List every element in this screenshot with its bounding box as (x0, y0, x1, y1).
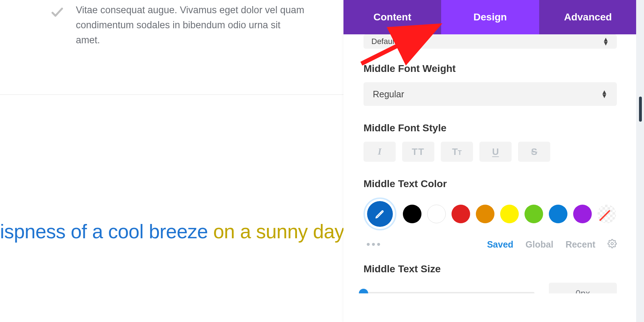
label-text-size: Middle Text Size (364, 263, 617, 275)
section-divider (0, 94, 343, 95)
more-colors-icon[interactable]: ••• (366, 238, 382, 250)
settings-panel: Content Design Advanced Default ▲▼ Middl… (343, 0, 637, 322)
label-font-weight: Middle Font Weight (364, 63, 617, 74)
blurb-text: Vitae consequat augue. Vivamus eget dolo… (76, 3, 305, 48)
blurb-row: Vitae consequat augue. Vivamus eget dolo… (0, 0, 343, 48)
text-size-slider[interactable] (364, 291, 535, 293)
slider-track (364, 292, 535, 293)
swatch-purple[interactable] (573, 205, 592, 223)
swatch-yellow[interactable] (500, 205, 519, 223)
font-select-partial[interactable]: Default ▲▼ (364, 34, 617, 49)
color-picker-ring (364, 197, 396, 230)
font-select-value: Default (371, 37, 396, 46)
scrollbar-thumb[interactable] (639, 97, 642, 122)
swatch-red[interactable] (452, 205, 470, 223)
palette-recent-link[interactable]: Recent (566, 239, 595, 250)
headline-second-part: on a sunny day (208, 220, 344, 243)
underline-button[interactable]: U (479, 142, 512, 162)
swatch-transparent[interactable] (597, 205, 616, 223)
gear-icon[interactable] (608, 239, 617, 250)
italic-button[interactable]: I (364, 142, 396, 162)
swatch-black[interactable] (403, 205, 421, 223)
svg-point-0 (611, 243, 614, 245)
panel-tabs: Content Design Advanced (343, 0, 637, 34)
label-font-style: Middle Font Style (364, 122, 617, 134)
slider-thumb[interactable] (359, 289, 368, 293)
strikethrough-button[interactable]: S (518, 142, 550, 162)
updown-icon: ▲▼ (601, 90, 608, 98)
window-right-rail (636, 0, 644, 322)
eyedropper-button[interactable] (367, 201, 393, 227)
swatch-white[interactable] (427, 205, 446, 223)
font-style-buttons: I TT TT U S (364, 142, 617, 162)
tab-advanced[interactable]: Advanced (539, 0, 637, 34)
uppercase-button[interactable]: TT (402, 142, 434, 162)
check-icon (50, 5, 64, 19)
panel-body: Default ▲▼ Middle Font Weight Regular ▲▼… (343, 34, 637, 293)
updown-icon: ▲▼ (602, 38, 609, 45)
text-size-row: 0px (364, 283, 617, 293)
swatch-blue[interactable] (549, 205, 567, 223)
font-weight-value: Regular (373, 89, 404, 99)
font-weight-select[interactable]: Regular ▲▼ (364, 82, 617, 106)
color-swatches (364, 197, 617, 230)
tab-content[interactable]: Content (343, 0, 441, 34)
tab-design[interactable]: Design (441, 0, 539, 34)
headline-first-part: ispness of a cool breeze (0, 220, 208, 243)
palette-global-link[interactable]: Global (526, 239, 553, 250)
page-preview: Vitae consequat augue. Vivamus eget dolo… (0, 0, 343, 322)
swatch-green[interactable] (525, 205, 543, 223)
swatch-orange[interactable] (476, 205, 494, 223)
color-meta-row: ••• Saved Global Recent (364, 238, 617, 250)
text-size-value[interactable]: 0px (549, 283, 617, 293)
smallcaps-button[interactable]: TT (441, 142, 473, 162)
headline: ispness of a cool breeze on a sunny day (0, 220, 343, 243)
label-text-color: Middle Text Color (364, 178, 617, 190)
palette-saved-link[interactable]: Saved (487, 239, 513, 250)
